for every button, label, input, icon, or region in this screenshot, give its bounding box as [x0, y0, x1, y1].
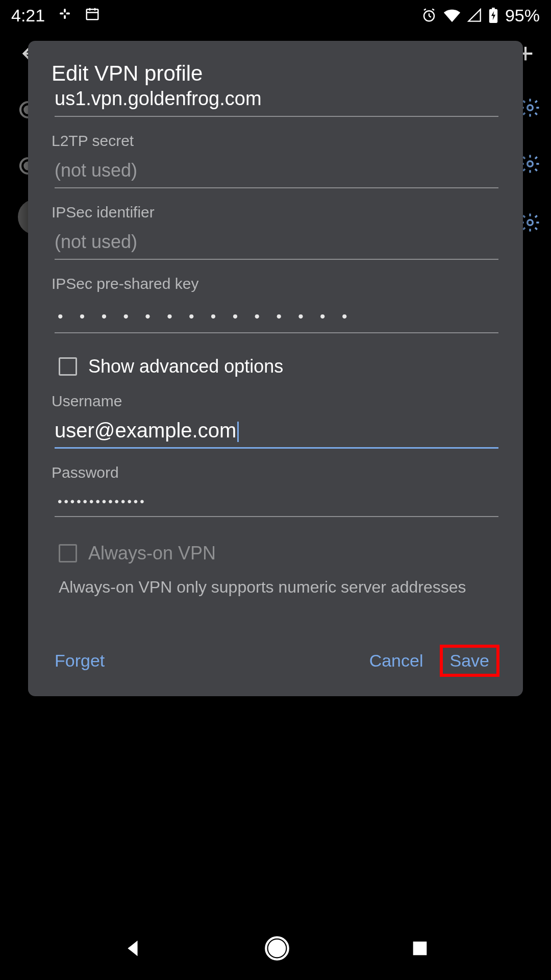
wifi-icon — [444, 8, 460, 22]
svg-rect-3 — [64, 15, 66, 19]
password-input[interactable]: •••••••••••••• — [55, 481, 498, 517]
battery-percent: 95% — [505, 6, 540, 26]
svg-point-24 — [528, 161, 533, 167]
battery-charging-icon — [489, 8, 498, 23]
username-label: Username — [52, 393, 499, 410]
edit-vpn-dialog: Edit VPN profile L2TP secret IPSec ident… — [28, 41, 523, 696]
nav-back-icon[interactable] — [121, 937, 144, 962]
alarm-icon — [421, 8, 437, 23]
checkbox-icon — [59, 544, 77, 562]
svg-point-27 — [269, 941, 285, 956]
save-button-highlight: Save — [440, 645, 500, 677]
svg-rect-0 — [60, 12, 64, 14]
calendar-icon — [85, 6, 100, 26]
svg-rect-28 — [413, 942, 427, 955]
svg-line-11 — [424, 9, 426, 11]
svg-rect-2 — [64, 9, 66, 13]
always-on-label: Always-on VPN — [88, 543, 216, 564]
l2tp-secret-label: L2TP secret — [52, 132, 499, 150]
nav-home-icon[interactable] — [264, 935, 290, 964]
show-advanced-label: Show advanced options — [88, 356, 283, 377]
svg-rect-14 — [492, 8, 494, 10]
slack-icon — [57, 6, 72, 26]
svg-point-23 — [528, 105, 533, 111]
cell-signal-icon — [467, 8, 482, 22]
nav-recent-icon[interactable] — [410, 938, 430, 961]
text-cursor-icon — [237, 422, 239, 442]
svg-line-12 — [432, 9, 434, 11]
svg-line-10 — [429, 16, 431, 17]
l2tp-secret-input[interactable] — [55, 150, 498, 188]
checkbox-icon — [59, 357, 77, 376]
svg-point-25 — [528, 220, 533, 226]
status-time: 4:21 — [11, 6, 45, 26]
ipsec-identifier-label: IPSec identifier — [52, 204, 499, 221]
svg-rect-4 — [87, 9, 98, 19]
ipsec-identifier-input[interactable] — [55, 221, 498, 260]
ipsec-psk-input[interactable]: • • • • • • • • • • • • • • — [55, 292, 498, 333]
dialog-button-row: Forget Cancel Save — [52, 645, 499, 677]
show-advanced-checkbox-row[interactable]: Show advanced options — [59, 356, 499, 377]
ipsec-psk-label: IPSec pre-shared key — [52, 275, 499, 292]
forget-button[interactable]: Forget — [52, 647, 108, 675]
username-input[interactable]: user@example.com — [55, 410, 498, 449]
password-label: Password — [52, 464, 499, 481]
save-button[interactable]: Save — [450, 651, 490, 671]
server-address-input[interactable] — [55, 86, 498, 117]
nav-bar — [0, 919, 551, 980]
username-value: user@example.com — [55, 419, 236, 442]
always-on-help-text: Always-on VPN only supports numeric serv… — [59, 576, 487, 598]
always-on-checkbox-row: Always-on VPN — [59, 543, 499, 564]
svg-rect-1 — [66, 12, 70, 14]
status-right: 95% — [421, 6, 540, 26]
cancel-button[interactable]: Cancel — [366, 647, 427, 675]
dialog-title: Edit VPN profile — [52, 61, 499, 86]
status-bar: 4:21 95% — [0, 0, 551, 31]
status-left: 4:21 — [11, 6, 100, 26]
